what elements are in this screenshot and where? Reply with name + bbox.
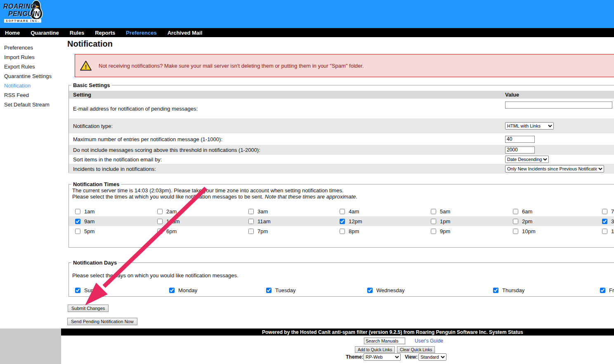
time-checkbox-10pm[interactable] [513, 229, 518, 234]
time-option-1pm[interactable]: 1pm [431, 216, 450, 226]
max-entries-input[interactable] [505, 136, 535, 143]
time-option-5am[interactable]: 5am [431, 206, 450, 216]
time-checkbox-11am[interactable] [248, 219, 254, 224]
days-row: Sunday Monday Tuesday Wednesday Thursday… [69, 285, 614, 295]
day-checkbox-tuesday[interactable] [266, 288, 272, 293]
time-label: 9pm [440, 228, 450, 234]
time-checkbox-7am[interactable] [602, 209, 607, 214]
time-label: 8pm [349, 228, 359, 234]
nav-item-home[interactable]: Home [5, 30, 20, 36]
time-option-1am[interactable]: 1am [75, 206, 94, 216]
svg-text:!: ! [85, 64, 87, 70]
time-checkbox-3pm[interactable] [602, 219, 607, 224]
submit-changes-button[interactable]: Submit Changes [68, 305, 109, 312]
time-checkbox-6am[interactable] [513, 209, 518, 214]
time-option-10am[interactable]: 10am [157, 216, 180, 226]
day-checkbox-thursday[interactable] [493, 288, 498, 293]
time-option-9am[interactable]: 9am [75, 216, 94, 226]
time-option-2pm[interactable]: 2pm [513, 216, 532, 226]
day-option-sunday[interactable]: Sunday [75, 285, 102, 295]
time-checkbox-5pm[interactable] [75, 229, 80, 234]
nav-item-rules[interactable]: Rules [70, 30, 84, 36]
time-checkbox-5am[interactable] [431, 209, 436, 214]
incidents-select[interactable]: Only New Incidents since Previous Notifi… [505, 165, 604, 173]
time-option-7am[interactable]: 7am [602, 206, 614, 216]
day-label: Sunday [84, 287, 102, 293]
time-option-3pm[interactable]: 3pm [602, 216, 614, 226]
time-option-5pm[interactable]: 5pm [75, 226, 94, 236]
day-checkbox-monday[interactable] [169, 288, 175, 293]
basic-settings-table: Setting Value E-mail address for notific… [69, 91, 614, 174]
time-label: 9am [84, 218, 94, 225]
time-option-6am[interactable]: 6am [513, 206, 532, 216]
day-checkbox-friday[interactable] [600, 288, 605, 293]
time-checkbox-7pm[interactable] [248, 229, 254, 234]
sidebar-item-quarantine-settings[interactable]: Quarantine Settings [0, 71, 61, 81]
time-label: 4am [349, 208, 359, 215]
time-checkbox-12pm[interactable] [340, 219, 345, 224]
day-option-wednesday[interactable]: Wednesday [367, 285, 404, 295]
sidebar-item-notification[interactable]: Notification [0, 81, 61, 90]
time-checkbox-3am[interactable] [248, 209, 254, 214]
time-option-9pm[interactable]: 9pm [431, 226, 450, 236]
view-label: View: [405, 354, 418, 360]
nav-item-quarantine[interactable]: Quarantine [31, 30, 59, 36]
time-checkbox-9pm[interactable] [431, 229, 436, 234]
add-to-quick-links-button[interactable]: Add to Quick Links [355, 346, 395, 353]
time-label: 6pm [166, 228, 177, 234]
time-checkbox-9am[interactable] [75, 219, 80, 224]
time-option-11pm[interactable]: 11pm [602, 226, 614, 236]
theme-select[interactable]: RP-Web [364, 353, 401, 361]
day-label: Wednesday [376, 287, 404, 293]
time-checkbox-11pm[interactable] [602, 229, 607, 234]
time-option-12pm[interactable]: 12pm [340, 216, 362, 226]
time-checkbox-6pm[interactable] [157, 229, 163, 234]
time-option-8pm[interactable]: 8pm [340, 226, 359, 236]
powered-by-text: Powered by the Hosted CanIt anti-spam fi… [262, 329, 488, 335]
view-select[interactable]: Standard [418, 353, 446, 361]
time-checkbox-1am[interactable] [75, 209, 80, 214]
time-option-7pm[interactable]: 7pm [248, 226, 268, 236]
sidebar-item-export-rules[interactable]: Export Rules [0, 62, 61, 71]
time-checkbox-2am[interactable] [157, 209, 163, 214]
time-label: 3am [257, 208, 268, 215]
brand-logo[interactable]: ROARING PENGUIN SOFTWARE INC. [3, 1, 53, 27]
nav-item-preferences[interactable]: Preferences [126, 30, 156, 36]
day-option-thursday[interactable]: Thursday [493, 285, 524, 295]
sort-select[interactable]: Date Descending [505, 156, 549, 163]
time-checkbox-4am[interactable] [340, 209, 345, 214]
sidebar-item-rss-feed[interactable]: RSS Feed [0, 90, 61, 100]
time-option-6pm[interactable]: 6pm [157, 226, 177, 236]
day-option-friday[interactable]: Friday [600, 285, 614, 295]
day-option-monday[interactable]: Monday [169, 285, 197, 295]
time-option-10pm[interactable]: 10pm [513, 226, 536, 236]
basic-settings-legend: Basic Settings [71, 82, 112, 88]
time-option-2am[interactable]: 2am [157, 206, 177, 216]
time-option-11am[interactable]: 11am [248, 216, 271, 226]
brand-line2: PENGUIN [8, 10, 40, 18]
day-option-tuesday[interactable]: Tuesday [266, 285, 295, 295]
send-pending-notification-button[interactable]: Send Pending Notification Now [67, 318, 137, 325]
sidebar-item-set-default-stream[interactable]: Set Default Stream [0, 100, 61, 109]
table-header-row: Setting Value [69, 91, 614, 99]
nav-item-reports[interactable]: Reports [95, 30, 115, 36]
sidebar-item-preferences[interactable]: Preferences [0, 43, 61, 52]
day-checkbox-sunday[interactable] [75, 288, 80, 293]
time-option-3am[interactable]: 3am [248, 206, 268, 216]
clear-quick-links-button[interactable]: Clear Quick Links [397, 346, 435, 353]
time-option-4am[interactable]: 4am [340, 206, 359, 216]
time-checkbox-1pm[interactable] [431, 219, 436, 224]
score-threshold-input[interactable] [505, 147, 535, 154]
nav-item-archived-mail[interactable]: Archived Mail [168, 30, 203, 36]
time-checkbox-10am[interactable] [157, 219, 163, 224]
day-checkbox-wednesday[interactable] [367, 288, 373, 293]
search-manuals-input[interactable] [364, 338, 405, 344]
page-title: Notification [67, 39, 113, 49]
notification-type-select[interactable]: HTML with Links [505, 122, 554, 130]
system-status-link[interactable]: System Status [489, 329, 523, 335]
sidebar-item-import-rules[interactable]: Import Rules [0, 52, 61, 62]
time-checkbox-2pm[interactable] [513, 219, 518, 224]
email-input[interactable] [505, 102, 612, 109]
users-guide-link[interactable]: User's Guide [415, 338, 443, 344]
time-checkbox-8pm[interactable] [340, 229, 345, 234]
